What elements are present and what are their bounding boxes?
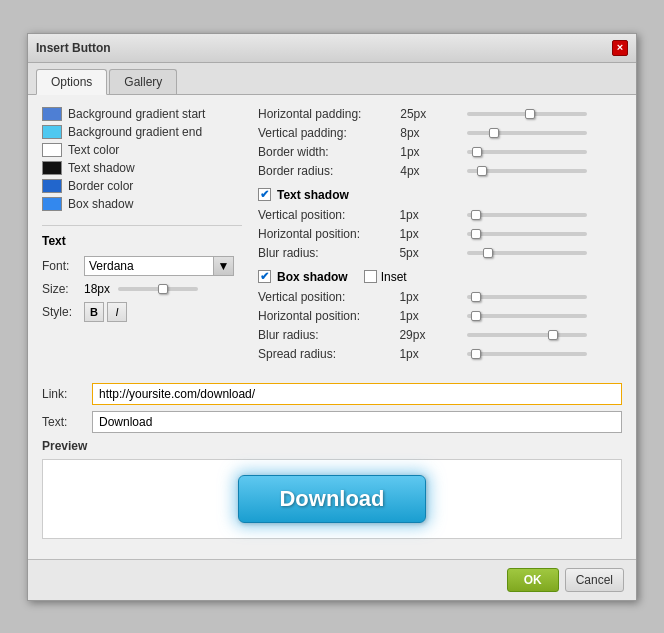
style-buttons: B I [84, 302, 127, 322]
left-panel: Background gradient start Background gra… [42, 107, 242, 371]
bs-horiz-slider[interactable] [467, 314, 587, 318]
color-item-bg-start: Background gradient start [42, 107, 242, 121]
font-select-wrapper: Verdana ▼ [84, 256, 234, 276]
color-item-bg-end: Background gradient end [42, 125, 242, 139]
ts-horiz-value: 1px [399, 227, 427, 241]
text-section-label: Text [42, 234, 242, 248]
cancel-button[interactable]: Cancel [565, 568, 624, 592]
bs-vert-thumb[interactable] [471, 292, 481, 302]
box-shadow-props: Vertical position: 1px Horizontal positi… [258, 290, 622, 361]
dialog-footer: OK Cancel [28, 559, 636, 600]
separator [42, 225, 242, 226]
dialog-content: Background gradient start Background gra… [28, 95, 636, 383]
vert-padding-label: Vertical padding: [258, 126, 396, 140]
close-button[interactable]: × [612, 40, 628, 56]
ok-button[interactable]: OK [507, 568, 559, 592]
font-select-arrow[interactable]: ▼ [214, 256, 234, 276]
color-swatch-bg-start[interactable] [42, 107, 62, 121]
box-shadow-section-label: Box shadow [277, 270, 348, 284]
inset-label: Inset [381, 270, 407, 284]
ts-horiz-label: Horizontal position: [258, 227, 395, 241]
ts-blur-slider[interactable] [467, 251, 587, 255]
color-item-box-shadow: Box shadow [42, 197, 242, 211]
border-radius-thumb[interactable] [477, 166, 487, 176]
link-row: Link: [42, 383, 622, 405]
preview-label: Preview [42, 439, 622, 453]
color-swatch-text-shadow[interactable] [42, 161, 62, 175]
bs-blur-thumb[interactable] [548, 330, 558, 340]
link-input[interactable] [92, 383, 622, 405]
color-list: Background gradient start Background gra… [42, 107, 242, 211]
preview-box: Download [42, 459, 622, 539]
insert-button-dialog: Insert Button × Options Gallery Backgrou… [27, 33, 637, 601]
color-item-border: Border color [42, 179, 242, 193]
ts-vert-label: Vertical position: [258, 208, 395, 222]
bs-blur-value: 29px [399, 328, 427, 342]
bs-spread-thumb[interactable] [471, 349, 481, 359]
inset-check: Inset [364, 270, 407, 284]
border-width-label: Border width: [258, 145, 396, 159]
text-row: Text: [42, 411, 622, 433]
text-input[interactable] [92, 411, 622, 433]
vert-padding-value: 8px [400, 126, 428, 140]
ts-blur-thumb[interactable] [483, 248, 493, 258]
padding-props: Horizontal padding: 25px Vertical paddin… [258, 107, 622, 178]
preview-button[interactable]: Download [238, 475, 425, 523]
color-swatch-border[interactable] [42, 179, 62, 193]
ts-blur-label: Blur radius: [258, 246, 395, 260]
text-shadow-props: Vertical position: 1px Horizontal positi… [258, 208, 622, 260]
text-shadow-section-label: Text shadow [277, 188, 349, 202]
color-swatch-box-shadow[interactable] [42, 197, 62, 211]
border-radius-value: 4px [400, 164, 428, 178]
bs-vert-label: Vertical position: [258, 290, 395, 304]
tab-bar: Options Gallery [28, 63, 636, 95]
ts-vert-value: 1px [399, 208, 427, 222]
bs-horiz-thumb[interactable] [471, 311, 481, 321]
horiz-padding-thumb[interactable] [525, 109, 535, 119]
text-shadow-header: ✔ Text shadow [258, 188, 622, 202]
size-row: Size: 18px [42, 282, 242, 296]
box-shadow-checkbox[interactable]: ✔ [258, 270, 271, 283]
horiz-padding-label: Horizontal padding: [258, 107, 396, 121]
color-item-text-shadow: Text shadow [42, 161, 242, 175]
bs-spread-slider[interactable] [467, 352, 587, 356]
border-radius-slider[interactable] [467, 169, 587, 173]
color-item-text: Text color [42, 143, 242, 157]
horiz-padding-slider[interactable] [467, 112, 587, 116]
font-row: Font: Verdana ▼ [42, 256, 242, 276]
bs-horiz-value: 1px [399, 309, 427, 323]
text-shadow-checkbox[interactable]: ✔ [258, 188, 271, 201]
bs-blur-slider[interactable] [467, 333, 587, 337]
bs-vert-slider[interactable] [467, 295, 587, 299]
text-label: Text: [42, 415, 92, 429]
size-label: Size: [42, 282, 78, 296]
font-label: Font: [42, 259, 78, 273]
size-slider[interactable] [118, 287, 198, 291]
bottom-section: Link: Text: Preview Download [28, 383, 636, 559]
bs-spread-value: 1px [399, 347, 427, 361]
bs-spread-label: Spread radius: [258, 347, 395, 361]
ts-vert-thumb[interactable] [471, 210, 481, 220]
vert-padding-thumb[interactable] [489, 128, 499, 138]
inset-checkbox[interactable] [364, 270, 377, 283]
color-swatch-text[interactable] [42, 143, 62, 157]
link-label: Link: [42, 387, 92, 401]
tab-options[interactable]: Options [36, 69, 107, 95]
border-width-thumb[interactable] [472, 147, 482, 157]
border-width-slider[interactable] [467, 150, 587, 154]
bs-horiz-label: Horizontal position: [258, 309, 395, 323]
font-select-display[interactable]: Verdana [84, 256, 214, 276]
ts-horiz-slider[interactable] [467, 232, 587, 236]
vert-padding-slider[interactable] [467, 131, 587, 135]
ts-vert-slider[interactable] [467, 213, 587, 217]
color-swatch-bg-end[interactable] [42, 125, 62, 139]
ts-horiz-thumb[interactable] [471, 229, 481, 239]
tab-gallery[interactable]: Gallery [109, 69, 177, 94]
bold-button[interactable]: B [84, 302, 104, 322]
italic-button[interactable]: I [107, 302, 127, 322]
bs-blur-label: Blur radius: [258, 328, 395, 342]
right-panel: Horizontal padding: 25px Vertical paddin… [258, 107, 622, 371]
border-radius-label: Border radius: [258, 164, 396, 178]
dialog-titlebar: Insert Button × [28, 34, 636, 63]
size-slider-thumb[interactable] [158, 284, 168, 294]
